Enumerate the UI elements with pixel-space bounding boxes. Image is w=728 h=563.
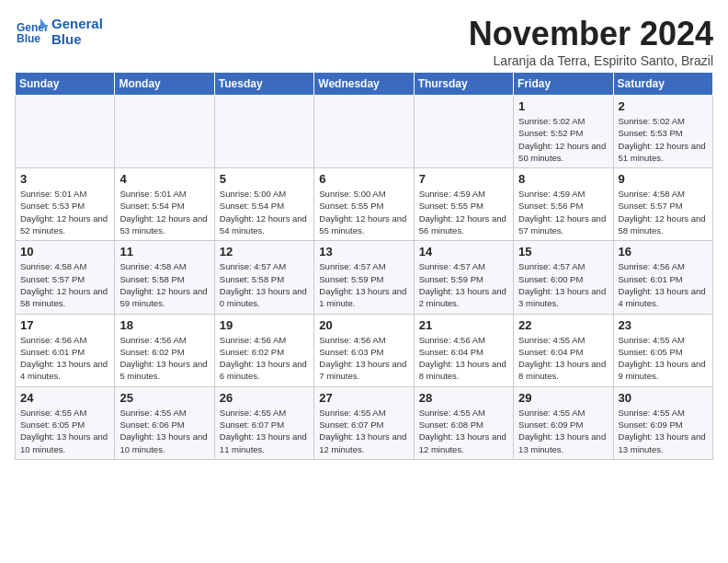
calendar-cell: 4Sunrise: 5:01 AM Sunset: 5:54 PM Daylig… bbox=[115, 168, 214, 241]
calendar-header-row: SundayMondayTuesdayWednesdayThursdayFrid… bbox=[16, 73, 713, 96]
week-row-3: 17Sunrise: 4:56 AM Sunset: 6:01 PM Dayli… bbox=[16, 314, 713, 386]
day-info: Sunrise: 4:59 AM Sunset: 5:55 PM Dayligh… bbox=[419, 188, 508, 236]
day-number: 4 bbox=[119, 172, 209, 186]
day-number: 11 bbox=[119, 245, 209, 259]
calendar-cell bbox=[314, 96, 414, 168]
day-info: Sunrise: 4:57 AM Sunset: 5:59 PM Dayligh… bbox=[419, 260, 508, 309]
calendar-cell: 26Sunrise: 4:55 AM Sunset: 6:07 PM Dayli… bbox=[214, 386, 313, 459]
page-header: General Blue General Blue November 2024 … bbox=[15, 15, 713, 68]
calendar-cell: 20Sunrise: 4:56 AM Sunset: 6:03 PM Dayli… bbox=[314, 314, 414, 386]
header-sunday: Sunday bbox=[16, 73, 115, 96]
calendar-cell: 8Sunrise: 4:59 AM Sunset: 5:56 PM Daylig… bbox=[514, 168, 613, 241]
calendar-cell: 11Sunrise: 4:58 AM Sunset: 5:58 PM Dayli… bbox=[115, 241, 214, 314]
day-number: 14 bbox=[419, 245, 508, 259]
calendar-cell: 27Sunrise: 4:55 AM Sunset: 6:07 PM Dayli… bbox=[314, 386, 414, 459]
day-number: 1 bbox=[518, 99, 608, 113]
calendar-cell bbox=[214, 96, 313, 168]
calendar-cell: 23Sunrise: 4:55 AM Sunset: 6:05 PM Dayli… bbox=[613, 314, 712, 386]
week-row-0: 1Sunrise: 5:02 AM Sunset: 5:52 PM Daylig… bbox=[16, 96, 713, 168]
calendar-cell: 28Sunrise: 4:55 AM Sunset: 6:08 PM Dayli… bbox=[414, 386, 513, 459]
day-info: Sunrise: 4:58 AM Sunset: 5:57 PM Dayligh… bbox=[20, 260, 109, 309]
day-number: 2 bbox=[619, 99, 708, 113]
day-info: Sunrise: 4:57 AM Sunset: 5:58 PM Dayligh… bbox=[220, 260, 309, 309]
day-number: 28 bbox=[419, 391, 508, 405]
calendar-cell: 9Sunrise: 4:58 AM Sunset: 5:57 PM Daylig… bbox=[613, 168, 712, 241]
day-number: 25 bbox=[119, 391, 209, 405]
logo-line1: General bbox=[51, 16, 103, 31]
calendar-cell: 19Sunrise: 4:56 AM Sunset: 6:02 PM Dayli… bbox=[214, 314, 313, 386]
header-friday: Friday bbox=[514, 73, 613, 96]
calendar-cell: 18Sunrise: 4:56 AM Sunset: 6:02 PM Dayli… bbox=[115, 314, 214, 386]
day-info: Sunrise: 4:59 AM Sunset: 5:56 PM Dayligh… bbox=[518, 188, 608, 236]
day-number: 20 bbox=[319, 318, 408, 332]
day-info: Sunrise: 5:02 AM Sunset: 5:53 PM Dayligh… bbox=[619, 115, 708, 164]
month-title: November 2024 bbox=[469, 15, 713, 53]
header-saturday: Saturday bbox=[613, 73, 712, 96]
day-info: Sunrise: 5:01 AM Sunset: 5:53 PM Dayligh… bbox=[20, 188, 109, 236]
day-info: Sunrise: 4:57 AM Sunset: 5:59 PM Dayligh… bbox=[319, 260, 408, 309]
calendar-cell: 17Sunrise: 4:56 AM Sunset: 6:01 PM Dayli… bbox=[16, 314, 115, 386]
day-info: Sunrise: 5:00 AM Sunset: 5:55 PM Dayligh… bbox=[319, 188, 408, 236]
day-info: Sunrise: 4:56 AM Sunset: 6:02 PM Dayligh… bbox=[119, 334, 209, 383]
day-number: 27 bbox=[319, 391, 408, 405]
calendar-cell bbox=[16, 96, 115, 168]
day-info: Sunrise: 4:57 AM Sunset: 6:00 PM Dayligh… bbox=[518, 260, 608, 309]
calendar-cell: 21Sunrise: 4:56 AM Sunset: 6:04 PM Dayli… bbox=[414, 314, 513, 386]
week-row-4: 24Sunrise: 4:55 AM Sunset: 6:05 PM Dayli… bbox=[16, 386, 713, 459]
logo-icon: General Blue bbox=[15, 15, 48, 48]
week-row-1: 3Sunrise: 5:01 AM Sunset: 5:53 PM Daylig… bbox=[16, 168, 713, 241]
day-info: Sunrise: 4:56 AM Sunset: 6:03 PM Dayligh… bbox=[319, 334, 408, 383]
day-number: 15 bbox=[518, 245, 608, 259]
calendar-cell: 29Sunrise: 4:55 AM Sunset: 6:09 PM Dayli… bbox=[514, 386, 613, 459]
week-row-2: 10Sunrise: 4:58 AM Sunset: 5:57 PM Dayli… bbox=[16, 241, 713, 314]
day-number: 7 bbox=[419, 172, 508, 186]
calendar-cell: 2Sunrise: 5:02 AM Sunset: 5:53 PM Daylig… bbox=[613, 96, 712, 168]
svg-text:Blue: Blue bbox=[17, 32, 40, 45]
calendar-cell: 6Sunrise: 5:00 AM Sunset: 5:55 PM Daylig… bbox=[314, 168, 414, 241]
day-number: 22 bbox=[518, 318, 608, 332]
day-info: Sunrise: 4:55 AM Sunset: 6:07 PM Dayligh… bbox=[319, 407, 408, 455]
calendar-cell: 7Sunrise: 4:59 AM Sunset: 5:55 PM Daylig… bbox=[414, 168, 513, 241]
calendar-cell: 30Sunrise: 4:55 AM Sunset: 6:09 PM Dayli… bbox=[613, 386, 712, 459]
day-info: Sunrise: 4:55 AM Sunset: 6:05 PM Dayligh… bbox=[619, 334, 708, 383]
day-number: 21 bbox=[419, 318, 508, 332]
day-number: 6 bbox=[319, 172, 408, 186]
day-info: Sunrise: 4:55 AM Sunset: 6:06 PM Dayligh… bbox=[119, 407, 209, 455]
calendar-cell: 25Sunrise: 4:55 AM Sunset: 6:06 PM Dayli… bbox=[115, 386, 214, 459]
day-number: 5 bbox=[220, 172, 309, 186]
day-number: 9 bbox=[619, 172, 708, 186]
header-thursday: Thursday bbox=[414, 73, 513, 96]
day-number: 8 bbox=[518, 172, 608, 186]
calendar-cell bbox=[115, 96, 214, 168]
calendar-body: 1Sunrise: 5:02 AM Sunset: 5:52 PM Daylig… bbox=[16, 96, 713, 460]
header-tuesday: Tuesday bbox=[214, 73, 313, 96]
header-monday: Monday bbox=[115, 73, 214, 96]
calendar-cell: 12Sunrise: 4:57 AM Sunset: 5:58 PM Dayli… bbox=[214, 241, 313, 314]
day-info: Sunrise: 4:55 AM Sunset: 6:09 PM Dayligh… bbox=[619, 407, 708, 455]
day-number: 3 bbox=[20, 172, 109, 186]
location-subtitle: Laranja da Terra, Espirito Santo, Brazil bbox=[469, 53, 713, 68]
day-info: Sunrise: 5:02 AM Sunset: 5:52 PM Dayligh… bbox=[518, 115, 608, 164]
calendar-cell: 15Sunrise: 4:57 AM Sunset: 6:00 PM Dayli… bbox=[514, 241, 613, 314]
calendar-cell: 5Sunrise: 5:00 AM Sunset: 5:54 PM Daylig… bbox=[214, 168, 313, 241]
day-number: 26 bbox=[220, 391, 309, 405]
title-block: November 2024 Laranja da Terra, Espirito… bbox=[469, 15, 713, 68]
day-number: 17 bbox=[20, 318, 109, 332]
day-info: Sunrise: 4:55 AM Sunset: 6:07 PM Dayligh… bbox=[220, 407, 309, 455]
calendar-cell: 14Sunrise: 4:57 AM Sunset: 5:59 PM Dayli… bbox=[414, 241, 513, 314]
day-number: 10 bbox=[20, 245, 109, 259]
day-number: 16 bbox=[619, 245, 708, 259]
day-info: Sunrise: 4:58 AM Sunset: 5:57 PM Dayligh… bbox=[619, 188, 708, 236]
day-info: Sunrise: 4:55 AM Sunset: 6:04 PM Dayligh… bbox=[518, 334, 608, 383]
day-info: Sunrise: 4:56 AM Sunset: 6:04 PM Dayligh… bbox=[419, 334, 508, 383]
day-info: Sunrise: 5:01 AM Sunset: 5:54 PM Dayligh… bbox=[119, 188, 209, 236]
logo-line2: Blue bbox=[51, 31, 82, 47]
day-number: 18 bbox=[119, 318, 209, 332]
day-number: 12 bbox=[220, 245, 309, 259]
day-info: Sunrise: 4:56 AM Sunset: 6:01 PM Dayligh… bbox=[619, 260, 708, 309]
calendar-table: SundayMondayTuesdayWednesdayThursdayFrid… bbox=[15, 72, 713, 460]
calendar-cell: 13Sunrise: 4:57 AM Sunset: 5:59 PM Dayli… bbox=[314, 241, 414, 314]
calendar-cell: 10Sunrise: 4:58 AM Sunset: 5:57 PM Dayli… bbox=[16, 241, 115, 314]
day-number: 23 bbox=[619, 318, 708, 332]
day-number: 19 bbox=[220, 318, 309, 332]
